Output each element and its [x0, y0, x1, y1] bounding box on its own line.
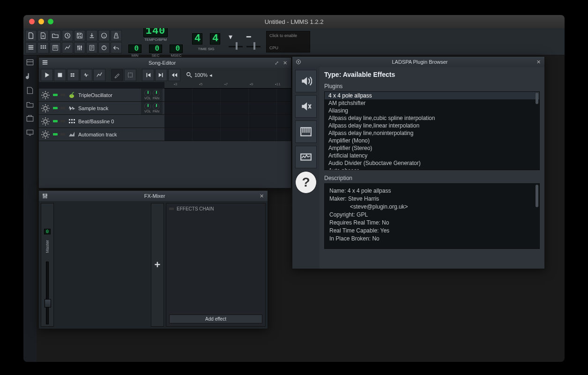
fx-mixer-titlebar[interactable]: FX-Mixer ✕	[39, 191, 268, 201]
track-name[interactable]: Automation track	[78, 132, 163, 137]
gear-icon[interactable]	[41, 90, 50, 100]
timesig-numerator[interactable]: 4	[189, 32, 205, 45]
ladspa-cat-mute-icon[interactable]	[295, 95, 317, 118]
close-window-button[interactable]	[29, 19, 35, 24]
save-project-button[interactable]	[74, 30, 85, 41]
plugin-list-item[interactable]: Amplifier (Mono)	[325, 137, 539, 144]
gear-icon[interactable]	[41, 130, 50, 139]
track-timeline[interactable]	[164, 102, 291, 114]
ladspa-titlebar[interactable]: LADSPA Plugin Browser ✕	[292, 57, 544, 67]
open-project-button[interactable]	[50, 30, 61, 41]
play-button[interactable]	[41, 69, 53, 81]
track-timeline[interactable]	[164, 115, 291, 128]
ladspa-help-button[interactable]: ?	[295, 171, 317, 194]
new-from-template-button[interactable]	[37, 30, 49, 41]
track-timeline[interactable]	[164, 128, 291, 141]
recent-projects-button[interactable]	[62, 30, 73, 41]
fx-mixer-toggle[interactable]	[74, 42, 85, 53]
record-button[interactable]	[67, 69, 79, 81]
add-track-button[interactable]	[93, 69, 105, 81]
scrollbar-thumb[interactable]	[536, 93, 538, 104]
fx-mixer-close-button[interactable]: ✕	[258, 193, 265, 199]
cpu-meter[interactable]: Click to enable CPU	[266, 31, 310, 52]
pan-knob[interactable]	[153, 90, 159, 97]
skip-back-button[interactable]	[142, 69, 154, 81]
song-editor-titlebar[interactable]: Song-Editor ⤢ ✕	[39, 58, 291, 68]
sidebar-samples-icon[interactable]	[26, 72, 34, 81]
track-name[interactable]: Beat/Bassline 0	[78, 119, 163, 124]
record-accompany-button[interactable]	[80, 69, 92, 81]
plugin-list-item[interactable]: Amplifier (Stereo)	[325, 144, 539, 152]
bb-editor-toggle[interactable]	[37, 42, 49, 53]
plugin-list-item[interactable]: Audio Divider (Suboctave Generator)	[325, 159, 539, 167]
minimize-window-button[interactable]	[38, 19, 44, 24]
track-head[interactable]: Sample trackVOLPAN	[39, 102, 164, 114]
fx-master-fader[interactable]	[46, 262, 49, 324]
master-pitch-slider[interactable]: ━	[246, 32, 261, 51]
gear-icon[interactable]	[41, 104, 50, 113]
plugin-list-item[interactable]: Auto phaser	[325, 167, 539, 170]
new-project-button[interactable]	[25, 30, 37, 41]
add-effect-button[interactable]: Add effect	[169, 315, 262, 323]
sidebar-projects-icon[interactable]	[26, 114, 34, 123]
zoom-window-button[interactable]	[48, 19, 53, 24]
select-mode-button[interactable]	[124, 69, 136, 81]
ladspa-cat-keyboard-icon[interactable]	[295, 120, 317, 143]
plugin-list-item[interactable]: Artificial latency	[325, 152, 539, 159]
plugin-list-item[interactable]: Aliasing	[325, 107, 539, 114]
plugin-list-item[interactable]: Allpass delay line,noninterpolating	[325, 129, 539, 137]
song-editor-maximize-button[interactable]: ⤢	[273, 60, 280, 66]
master-volume-slider[interactable]: ▾	[229, 32, 243, 51]
fx-add-channel-button[interactable]: +	[151, 203, 164, 327]
fx-master-channel[interactable]: 0 Master	[41, 203, 54, 327]
mute-led[interactable]	[53, 94, 58, 96]
sidebar-home-icon[interactable]	[26, 100, 34, 109]
song-editor-toggle[interactable]	[25, 42, 37, 53]
mute-led[interactable]	[53, 120, 58, 122]
draw-mode-button[interactable]	[111, 69, 123, 81]
solo-led[interactable]	[60, 94, 65, 96]
skip-forward-button[interactable]	[155, 69, 167, 81]
track-name[interactable]: Sample track	[78, 105, 138, 111]
automation-editor-toggle[interactable]	[62, 42, 73, 53]
volume-knob[interactable]	[144, 103, 151, 110]
zoom-left-icon[interactable]: ◂	[209, 72, 212, 78]
undo-button[interactable]	[111, 42, 122, 53]
rewind-button[interactable]	[168, 69, 180, 81]
project-notes-toggle[interactable]	[86, 42, 97, 53]
sidebar-instruments-icon[interactable]	[26, 58, 34, 67]
solo-led[interactable]	[60, 133, 65, 135]
fx-chain-led[interactable]	[169, 208, 174, 210]
ladspa-cat-output-icon[interactable]	[295, 70, 317, 92]
timesig-denominator[interactable]: 4	[207, 32, 223, 45]
export-button[interactable]	[86, 30, 97, 41]
solo-led[interactable]	[60, 107, 65, 109]
ladspa-cat-analysis-icon[interactable]	[295, 146, 317, 168]
mute-led[interactable]	[53, 107, 58, 109]
plugin-list-item[interactable]: Allpass delay line,cubic spline interpol…	[325, 114, 539, 122]
sidebar-presets-icon[interactable]	[26, 86, 34, 95]
gear-icon[interactable]	[41, 117, 50, 126]
plugin-list-item[interactable]: AM pitchshifter	[325, 99, 539, 107]
track-timeline[interactable]	[164, 89, 291, 101]
solo-led[interactable]	[60, 120, 65, 122]
ladspa-close-button[interactable]: ✕	[535, 59, 542, 65]
scrollbar-thumb[interactable]	[536, 185, 538, 207]
piano-roll-toggle[interactable]	[50, 42, 61, 53]
volume-knob[interactable]	[144, 90, 151, 97]
zoom-control[interactable]: 100% ◂	[186, 72, 212, 78]
pan-knob[interactable]	[153, 103, 159, 110]
metronome-button[interactable]	[111, 30, 122, 41]
timeline-ruler[interactable]: •3•5•7•9•11•13	[164, 82, 291, 89]
plugin-list-item[interactable]: 4 x 4 pole allpass	[325, 92, 539, 99]
plugin-list-item[interactable]: Allpass delay line,linear interpolation	[325, 122, 539, 129]
ladspa-plugin-list[interactable]: 4 x 4 pole allpassAM pitchshifterAliasin…	[324, 91, 540, 170]
mute-led[interactable]	[53, 133, 58, 135]
track-head[interactable]: TripleOscillatorVOLPAN	[39, 89, 164, 101]
track-head[interactable]: Automation track	[39, 128, 164, 141]
sidebar-computer-icon[interactable]	[26, 128, 34, 137]
controller-rack-toggle[interactable]	[98, 42, 110, 53]
track-name[interactable]: TripleOscillator	[78, 92, 138, 98]
whatsthis-button[interactable]: i	[98, 30, 110, 41]
stop-button[interactable]	[54, 69, 66, 81]
